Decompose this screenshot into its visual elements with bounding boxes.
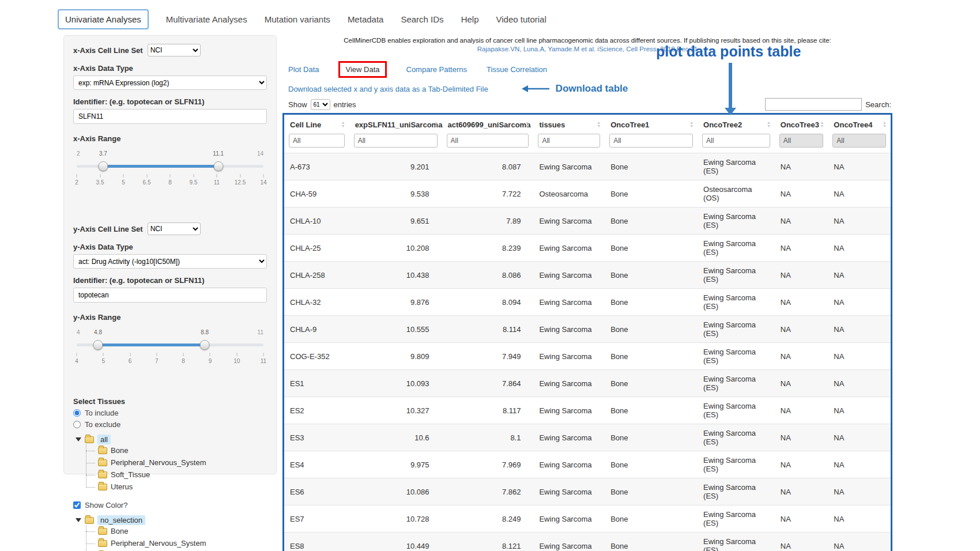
cell-oncotree1: Bone (605, 533, 698, 551)
cell-oncotree4: NA (828, 316, 891, 343)
tissue-include-tree: allBonePeripheral_Nervous_SystemSoft_Tis… (76, 435, 267, 493)
tree-expand-icon[interactable] (76, 518, 81, 522)
download-data-link[interactable]: Download selected x and y axis data as a… (288, 85, 488, 93)
tab-plot-data[interactable]: Plot Data (288, 65, 319, 74)
filter-cell (828, 134, 891, 153)
x-data-type-select[interactable]: exp: mRNA Expression (log2) (73, 76, 267, 90)
tree-item-bone[interactable]: Bone (91, 525, 267, 537)
cell-act609699-unisarcoma: 8.249 (442, 505, 534, 533)
slider-tick-mark (240, 174, 240, 178)
show-color-checkbox-row[interactable]: Show Color? (73, 501, 267, 510)
filter-input-oncotree2[interactable] (702, 134, 770, 148)
tree-item-bone[interactable]: Bone (91, 444, 267, 456)
tab-compare-patterns[interactable]: Compare Patterns (406, 65, 468, 74)
x-cell-line-set-select[interactable]: NCI (148, 44, 201, 56)
y-cell-line-set-select[interactable]: NCI (148, 222, 201, 235)
sort-icon[interactable]: ▲▼ (597, 121, 601, 128)
radio-exclude-label: To exclude (85, 420, 120, 429)
column-header-oncotree4[interactable]: OncoTree4▲▼ (828, 115, 891, 134)
filter-input-tissues[interactable] (538, 134, 600, 148)
nav-item-univariate-analyses[interactable]: Univariate Analyses (58, 9, 149, 29)
sort-icon[interactable]: ▲▼ (526, 121, 530, 128)
cell-act609699-unisarcoma: 7.949 (442, 343, 534, 370)
show-label: Show (288, 100, 307, 109)
tree-root-label[interactable]: no_selection (97, 515, 145, 525)
slider-handle-from[interactable] (93, 340, 103, 350)
sort-icon[interactable]: ▲▼ (820, 121, 824, 128)
filter-input-expslfn11-unisarcoma[interactable] (354, 134, 438, 148)
tab-view-data[interactable]: View Data (338, 61, 386, 78)
filter-input-oncotree3[interactable] (779, 134, 824, 148)
column-header-act609699-unisarcoma[interactable]: act609699_uniSarcoma▲▼ (442, 115, 534, 134)
tree-item-soft-tissue[interactable]: Soft_Tissue (91, 469, 267, 481)
tree-item-uterus[interactable]: Uterus (91, 481, 267, 493)
cell-tissues: Ewing Sarcoma (533, 533, 605, 551)
tree-root-label[interactable]: all (97, 435, 111, 444)
x-range-slider[interactable]: 2143.711.123.556.589.51112.514 (77, 160, 263, 196)
column-header-oncotree3[interactable]: OncoTree3▲▼ (775, 115, 828, 134)
column-header-label: act609699_uniSarcoma (448, 120, 531, 129)
column-header-cell-line[interactable]: Cell Line▲▼ (284, 115, 349, 134)
column-header-expslfn11-unisarcoma[interactable]: expSLFN11_uniSarcoma▲▼ (349, 115, 442, 134)
nav-item-multivariate-analyses[interactable]: Multivariate Analyses (166, 11, 247, 28)
column-header-label: tissues (539, 120, 565, 129)
sort-icon[interactable]: ▲▼ (434, 121, 438, 128)
tree-expand-icon[interactable] (76, 437, 81, 441)
tree-item-peripheral-nervous-system[interactable]: Peripheral_Nervous_System (91, 537, 267, 549)
cell-act609699-unisarcoma: 8.094 (442, 289, 534, 316)
filter-input-act609699-unisarcoma[interactable] (447, 134, 529, 148)
folder-icon (98, 528, 107, 535)
cell-oncotree4: NA (828, 533, 891, 551)
radio-include-input[interactable] (73, 409, 81, 417)
column-header-oncotree1[interactable]: OncoTree1▲▼ (605, 115, 698, 134)
nav-item-mutation-variants[interactable]: Mutation variants (265, 11, 330, 28)
tree-root-no-selection[interactable]: no_selection (76, 515, 267, 525)
cell-cell-line: CHLA-25 (284, 235, 349, 262)
sort-icon[interactable]: ▲▼ (883, 121, 887, 128)
tree-root-all[interactable]: all (76, 435, 267, 444)
cell-expslfn11-unisarcoma: 9.538 (349, 180, 442, 207)
cell-expslfn11-unisarcoma: 9.651 (349, 207, 442, 235)
tree-children: BonePeripheral_Nervous_SystemSoft_Tissue… (91, 525, 267, 551)
filter-input-cell-line[interactable] (289, 134, 345, 148)
cell-tissues: Ewing Sarcoma (533, 370, 605, 397)
y-identifier-input[interactable] (73, 288, 267, 303)
column-header-tissues[interactable]: tissues▲▼ (533, 115, 605, 134)
nav-item-search-ids[interactable]: Search IDs (401, 11, 443, 28)
tree-item-peripheral-nervous-system[interactable]: Peripheral_Nervous_System (91, 456, 267, 469)
sort-icon[interactable]: ▲▼ (767, 121, 771, 128)
table-row: ES610.0867.862Ewing SarcomaBoneEwing Sar… (284, 478, 891, 505)
filter-input-oncotree1[interactable] (609, 134, 693, 148)
cell-tissues: Ewing Sarcoma (533, 207, 605, 235)
x-identifier-input[interactable] (73, 109, 267, 124)
slider-tick-label: 9.5 (190, 179, 198, 186)
nav-item-video-tutorial[interactable]: Video tutorial (496, 11, 546, 28)
range-from-label: 3.7 (99, 150, 107, 157)
tissue-include-radio[interactable]: To include (73, 409, 267, 417)
slider-bar[interactable] (103, 165, 218, 168)
y-range-slider[interactable]: 4114.88.84567891011 (77, 339, 263, 375)
slider-handle-to[interactable] (213, 161, 223, 171)
page-length-select[interactable]: 61 (311, 99, 330, 110)
slider-handle-from[interactable] (98, 161, 108, 171)
filter-cell (605, 134, 698, 153)
tissue-exclude-radio[interactable]: To exclude (73, 420, 267, 429)
folder-icon (98, 459, 107, 466)
data-table: Cell Line▲▼expSLFN11_uniSarcoma▲▼act6096… (284, 115, 891, 551)
tab-tissue-correlation[interactable]: Tissue Correlation (487, 65, 547, 74)
nav-item-help[interactable]: Help (461, 11, 479, 28)
download-table-annotation-text: Download table (556, 83, 628, 95)
radio-exclude-input[interactable] (73, 421, 81, 428)
slider-handle-to[interactable] (200, 340, 210, 350)
show-color-checkbox[interactable] (73, 501, 81, 509)
sort-icon[interactable]: ▲▼ (341, 121, 345, 128)
search-input[interactable] (765, 98, 862, 111)
cell-oncotree2: Ewing Sarcoma (ES) (698, 505, 775, 533)
slider-bar[interactable] (98, 344, 205, 346)
filter-input-oncotree4[interactable] (832, 134, 886, 148)
y-range-label: y-Axis Range (73, 313, 267, 322)
cell-tissues: Ewing Sarcoma (533, 262, 605, 289)
y-data-type-select[interactable]: act: Drug Activity (-log10[IC50M]) (73, 254, 267, 269)
sort-icon[interactable]: ▲▼ (689, 121, 693, 128)
nav-item-metadata[interactable]: Metadata (348, 11, 384, 28)
